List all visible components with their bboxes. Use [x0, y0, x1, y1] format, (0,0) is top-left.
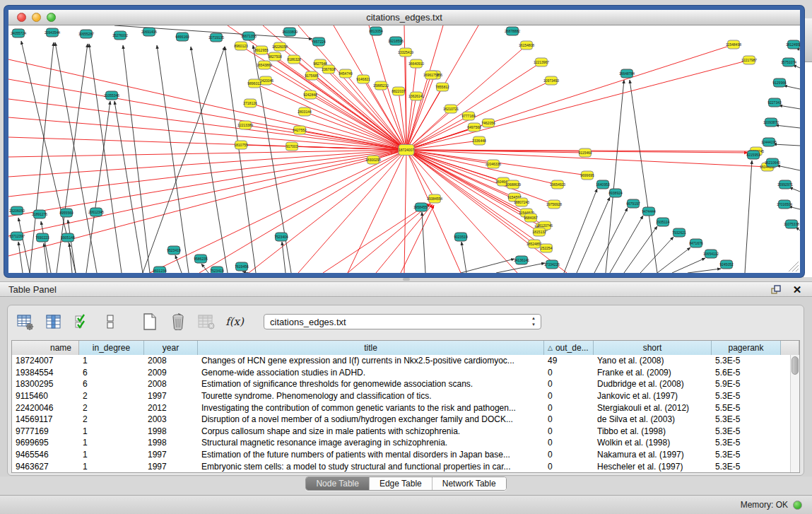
network-node[interactable]: 8454749 [339, 69, 353, 78]
network-node[interactable]: 9699695 [580, 171, 594, 180]
network-node[interactable]: 2367608 [322, 65, 336, 74]
network-edge[interactable] [242, 271, 249, 273]
cell-pagerank[interactable]: 5.3E-5 [712, 438, 781, 448]
network-edge[interactable] [630, 80, 657, 273]
table-row[interactable]: 1830029562008Estimation of significance … [12, 378, 790, 390]
cell-pagerank[interactable]: 5.3E-5 [712, 391, 781, 401]
network-node[interactable]: 11548498 [726, 40, 741, 49]
network-edge[interactable] [298, 150, 406, 273]
cell-year[interactable]: 2003 [144, 414, 198, 424]
table-scrollbar[interactable] [790, 355, 799, 472]
cell-pagerank[interactable]: 5.9E-5 [712, 379, 781, 389]
network-node[interactable]: 8938924 [608, 189, 623, 197]
minimize-window-button[interactable] [32, 13, 41, 22]
network-node[interactable]: 12093872 [763, 118, 779, 127]
network-node[interactable]: 19218596 [388, 37, 404, 45]
network-edge[interactable] [461, 242, 466, 273]
network-edge[interactable] [249, 150, 406, 273]
table-row[interactable]: 946554611997Estimation of the future num… [12, 449, 790, 461]
cell-year[interactable]: 2012 [144, 403, 198, 413]
cell-name[interactable]: 18724007 [12, 356, 79, 366]
network-node[interactable]: 9242848 [303, 90, 317, 99]
cell-out_de[interactable]: 0 [544, 391, 594, 401]
cell-name[interactable]: 9777169 [12, 426, 79, 436]
cell-name[interactable]: 9699695 [12, 438, 79, 448]
network-node[interactable]: 13325419 [398, 48, 413, 57]
cell-name[interactable]: 18300295 [12, 379, 79, 389]
network-node[interactable]: 8215953 [746, 151, 760, 159]
table-row[interactable]: 1938455462009Genome-wide association stu… [12, 367, 790, 379]
cell-in_degree[interactable]: 1 [79, 462, 144, 472]
select-rows-button[interactable] [71, 311, 93, 332]
network-edge[interactable] [68, 220, 76, 273]
cell-pagerank[interactable]: 5.3E-5 [712, 356, 781, 366]
network-node[interactable]: 18124952 [786, 40, 800, 49]
column-header-in_degree[interactable]: in_degree [79, 341, 144, 355]
network-edge[interactable] [406, 52, 406, 150]
tab-node-table[interactable]: Node Table [306, 477, 369, 490]
network-node[interactable]: 917003 [286, 142, 298, 151]
network-node[interactable]: 9586235 [194, 255, 208, 263]
delete-column-button[interactable] [167, 311, 189, 332]
cell-short[interactable]: Hescheler et al. (1997) [594, 462, 712, 472]
cell-out_de[interactable]: 0 [544, 379, 594, 389]
cell-short[interactable]: Stergiakouli et al. (2012) [594, 403, 712, 413]
network-edge[interactable] [624, 226, 657, 273]
network-edge[interactable] [606, 80, 624, 273]
cell-title[interactable]: Corpus callosum shape and size in male p… [198, 426, 544, 436]
cell-out_de[interactable]: 0 [544, 438, 594, 448]
close-panel-icon[interactable]: ✕ [791, 284, 804, 295]
network-node[interactable]: 1810755 [234, 141, 248, 149]
network-edge[interactable] [688, 269, 721, 273]
column-header-out_de[interactable]: △out_de... [544, 341, 594, 355]
network-node[interactable]: 15885210 [373, 81, 389, 90]
network-node[interactable]: 9245052 [719, 260, 734, 269]
table-row[interactable]: 911546021997Tourette syndrome. Phenomeno… [12, 390, 790, 402]
cell-pagerank[interactable]: 5.3E-5 [712, 426, 781, 436]
close-window-button[interactable] [17, 13, 26, 22]
zoom-window-button[interactable] [47, 13, 56, 22]
network-node[interactable]: 16640910 [408, 59, 424, 68]
cell-short[interactable]: Tibbo et al. (1998) [594, 426, 712, 436]
network-node[interactable]: 16648784 [619, 69, 635, 78]
scrollbar-thumb[interactable] [792, 356, 799, 375]
cell-year[interactable]: 1998 [144, 426, 198, 436]
column-header-pagerank[interactable]: pagerank [712, 341, 781, 355]
network-node[interactable]: 8813054 [369, 27, 383, 35]
network-node[interactable]: 2803144 [298, 107, 312, 116]
network-node[interactable]: 9827508 [268, 52, 282, 61]
network-node[interactable]: 7932621 [672, 228, 686, 237]
network-edge[interactable] [8, 150, 406, 177]
network-node[interactable]: 7523419 [210, 267, 224, 273]
cell-in_degree[interactable]: 2 [79, 403, 144, 413]
network-edge[interactable] [406, 150, 539, 232]
cell-in_degree[interactable]: 1 [79, 450, 144, 460]
network-node[interactable]: 6497568 [467, 123, 481, 132]
column-header-title[interactable]: title [198, 341, 544, 355]
cell-out_de[interactable]: 0 [544, 368, 594, 378]
network-node[interactable]: 12217987 [741, 56, 757, 64]
network-node[interactable]: 16671355 [241, 32, 257, 40]
network-node[interactable]: 23943544 [45, 28, 60, 37]
network-edge[interactable] [773, 144, 800, 146]
cell-pagerank[interactable]: 5.3E-5 [712, 414, 781, 424]
network-edge[interactable] [779, 105, 800, 109]
network-node[interactable]: 18807243 [514, 198, 529, 206]
network-edge[interactable] [404, 150, 406, 273]
network-node[interactable]: 19756928 [546, 200, 562, 209]
cell-name[interactable]: 19384554 [12, 368, 79, 378]
delete-table-button[interactable] [196, 311, 217, 332]
cell-year[interactable]: 2008 [144, 379, 198, 389]
network-node[interactable]: 19384554 [427, 194, 442, 203]
cell-in_degree[interactable]: 2 [79, 414, 144, 424]
network-node[interactable]: 16033809 [282, 28, 298, 36]
cell-out_de[interactable]: 49 [544, 356, 594, 366]
network-node[interactable]: 14136141 [514, 256, 529, 264]
network-node[interactable]: 12213967 [534, 58, 549, 66]
network-edge[interactable] [312, 76, 406, 150]
network-edge[interactable] [406, 45, 734, 150]
network-node[interactable]: 2718126 [243, 99, 257, 107]
cell-out_de[interactable]: 0 [544, 426, 594, 436]
network-node[interactable]: 10719135 [208, 33, 224, 42]
network-edge[interactable] [18, 218, 30, 273]
